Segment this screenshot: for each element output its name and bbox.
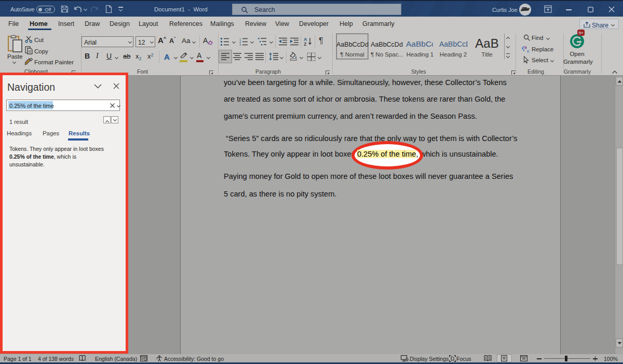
svg-text:c: c xyxy=(527,49,530,53)
svg-text:Z: Z xyxy=(304,41,307,46)
svg-text:3: 3 xyxy=(239,43,241,46)
